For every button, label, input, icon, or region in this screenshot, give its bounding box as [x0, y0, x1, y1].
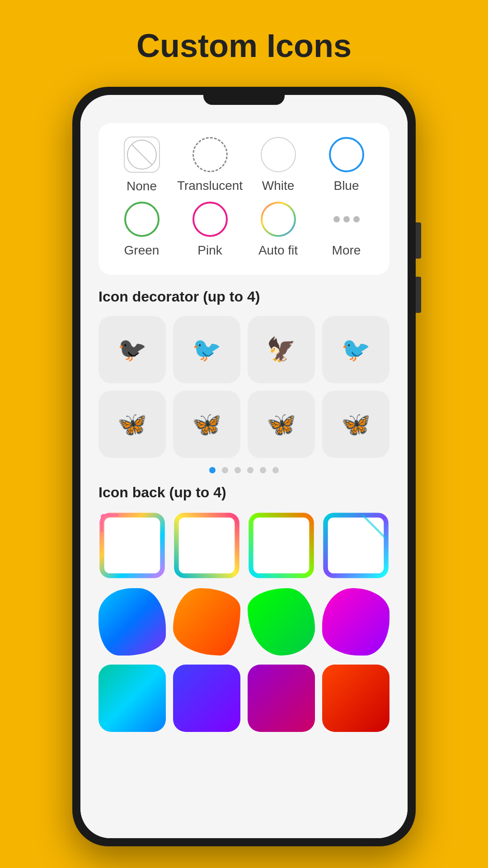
border-style-section: None Translucent White Blue: [99, 123, 389, 275]
bird-2-emoji: 🐦: [192, 336, 221, 363]
decorator-item-4[interactable]: 🦋: [99, 391, 166, 458]
decorator-item-1[interactable]: 🐦: [173, 316, 240, 383]
blue-circle: [329, 137, 364, 172]
border-autofit-item[interactable]: Auto fit: [251, 202, 305, 258]
dot-2[interactable]: [222, 467, 228, 473]
back-blob-blue[interactable]: [99, 588, 166, 656]
butterfly-4-emoji: 🦋: [341, 410, 371, 438]
side-button-right-2: [416, 277, 421, 313]
screen-inner: None Translucent White Blue: [80, 109, 408, 838]
border-more-item[interactable]: More: [319, 202, 374, 258]
back-blob-orange[interactable]: [173, 588, 240, 656]
dot-5[interactable]: [260, 467, 266, 473]
frame-svg-3: [248, 512, 315, 579]
pink-circle: [192, 202, 228, 237]
butterfly-1-emoji: 🦋: [117, 410, 147, 438]
none-label: None: [127, 179, 157, 193]
back-section-title: Icon back (up to 4): [99, 484, 389, 501]
border-white-item[interactable]: White: [251, 137, 305, 193]
border-blue-item[interactable]: Blue: [319, 137, 374, 193]
back-grid-blobs: [99, 588, 389, 656]
translucent-circle: [192, 137, 228, 172]
back-rsq-red[interactable]: [322, 665, 389, 732]
border-row-1: None Translucent White Blue: [108, 137, 380, 193]
more-dot-2: [343, 216, 350, 222]
phone-notch: [203, 95, 285, 105]
dot-6[interactable]: [272, 467, 279, 473]
butterfly-2-emoji: 🦋: [192, 410, 221, 438]
side-button-right: [416, 222, 421, 259]
decorator-item-6[interactable]: 🦋: [248, 391, 315, 458]
dot-1[interactable]: [209, 467, 216, 473]
phone-frame: None Translucent White Blue: [72, 87, 416, 846]
dot-3[interactable]: [235, 467, 241, 473]
more-dot-1: [333, 216, 340, 222]
decorator-section-title: Icon decorator (up to 4): [99, 288, 389, 305]
border-none-item[interactable]: None: [115, 137, 169, 193]
none-icon-box: [124, 137, 160, 173]
frame-svg-2: [173, 512, 240, 579]
svg-rect-0: [102, 515, 162, 576]
decorator-item-2[interactable]: 🦅: [248, 316, 315, 383]
back-blob-green[interactable]: [248, 588, 315, 656]
svg-rect-4: [176, 515, 237, 576]
decorator-item-5[interactable]: 🦋: [173, 391, 240, 458]
back-frame-4[interactable]: [322, 512, 389, 579]
svg-rect-6: [251, 515, 311, 576]
bird-1-emoji: 🐦‍⬛: [117, 336, 147, 363]
back-blob-purple[interactable]: [322, 588, 389, 656]
back-frame-1[interactable]: [99, 512, 166, 579]
back-rsq-blue-purple[interactable]: [173, 665, 240, 732]
pink-label: Pink: [197, 243, 222, 258]
back-rsq-rainbow[interactable]: [99, 665, 166, 732]
none-slash-circle: [127, 140, 157, 170]
back-frame-3[interactable]: [248, 512, 315, 579]
border-pink-item[interactable]: Pink: [183, 202, 237, 258]
back-grid-frames: [99, 512, 389, 579]
back-grid-rounded: [99, 665, 389, 732]
green-label: Green: [124, 243, 160, 258]
decorator-item-7[interactable]: 🦋: [322, 391, 389, 458]
butterfly-3-emoji: 🦋: [267, 410, 296, 438]
decorator-item-3[interactable]: 🐦: [322, 316, 389, 383]
svg-rect-8: [325, 515, 386, 576]
translucent-label: Translucent: [177, 179, 243, 193]
page-title: Custom Icons: [136, 27, 352, 64]
bird-4-emoji: 🐦: [341, 336, 371, 363]
decorator-grid: 🐦‍⬛ 🐦 🦅 🐦 🦋 🦋 🦋: [99, 316, 389, 458]
decorator-item-0[interactable]: 🐦‍⬛: [99, 316, 166, 383]
back-rsq-purple-pink[interactable]: [248, 665, 315, 732]
more-dot-3: [353, 216, 360, 222]
autofit-circle: [261, 202, 296, 237]
green-circle: [124, 202, 160, 237]
white-label: White: [262, 179, 295, 193]
back-frame-2[interactable]: [173, 512, 240, 579]
dot-4[interactable]: [247, 467, 253, 473]
pagination-dots: [99, 467, 389, 473]
more-dots-container: [333, 202, 360, 237]
bird-3-emoji: 🦅: [267, 336, 296, 363]
white-circle: [261, 137, 296, 172]
phone-screen: None Translucent White Blue: [80, 95, 408, 838]
border-translucent-item[interactable]: Translucent: [183, 137, 237, 193]
frame-svg-4: [322, 512, 389, 579]
border-green-item[interactable]: Green: [115, 202, 169, 258]
blue-label: Blue: [333, 179, 359, 193]
more-label: More: [332, 243, 361, 258]
autofit-label: Auto fit: [258, 243, 298, 258]
border-row-2: Green Pink Auto fit: [108, 202, 380, 258]
frame-svg-1: [99, 512, 166, 579]
